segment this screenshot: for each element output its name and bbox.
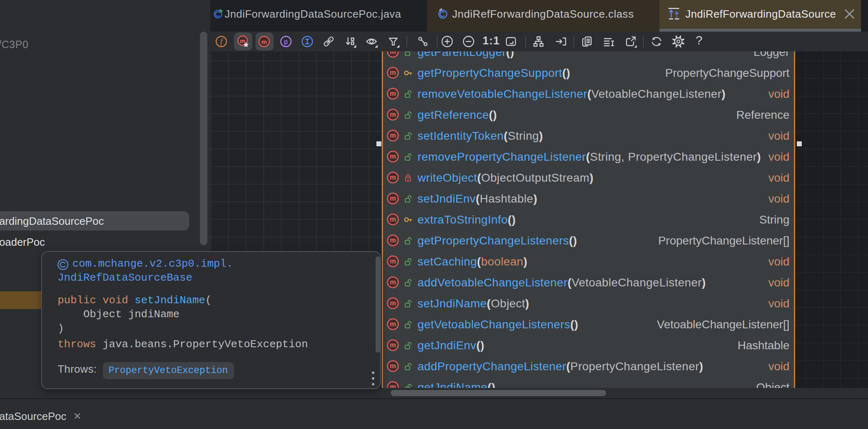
svg-text:m: m xyxy=(390,236,396,244)
svg-text:m: m xyxy=(390,131,396,139)
svg-text:f: f xyxy=(220,37,223,46)
svg-text:m: m xyxy=(390,341,396,349)
svg-text:m: m xyxy=(390,51,396,55)
svg-text:m: m xyxy=(390,299,396,307)
svg-text:m: m xyxy=(390,152,396,160)
svg-text:m: m xyxy=(240,37,245,44)
svg-text:m: m xyxy=(390,90,396,97)
svg-text:m: m xyxy=(390,278,396,286)
svg-text:m: m xyxy=(390,173,396,181)
svg-text:m: m xyxy=(390,215,396,223)
svg-text:m: m xyxy=(261,38,267,45)
svg-text:m: m xyxy=(390,194,396,202)
svg-text:m: m xyxy=(390,362,396,370)
svg-text:m: m xyxy=(390,111,396,118)
svg-text:m: m xyxy=(390,69,396,76)
svg-text:m: m xyxy=(390,320,396,328)
svg-text:m: m xyxy=(390,257,396,265)
svg-text:p: p xyxy=(284,38,288,45)
